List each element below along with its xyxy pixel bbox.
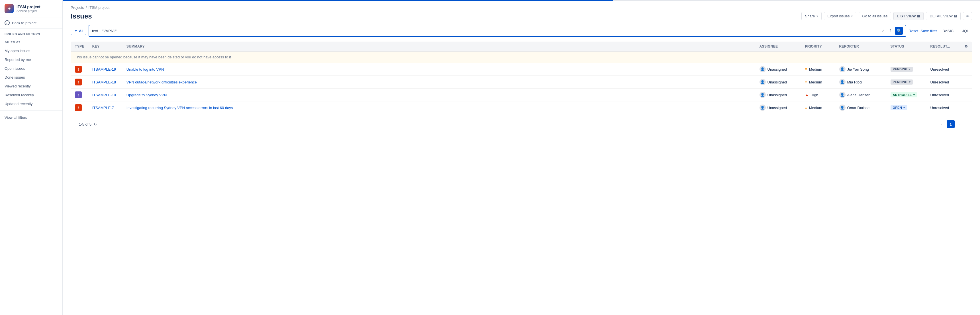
search-help-icon[interactable]: ? <box>888 28 893 33</box>
basic-mode-button[interactable]: BASIC <box>939 27 957 35</box>
priority-cell: ▲ High <box>805 92 831 97</box>
table-header-row: Type Key Summary Assignee Priority Repor… <box>71 41 972 52</box>
assignee-name: Unassigned <box>767 67 787 72</box>
row-priority-cell: ≡ Medium <box>801 102 835 114</box>
type-incident-icon: ! <box>75 79 82 86</box>
table-row[interactable]: ! ITSAMPLE-19 Unable to log into VPN 👤 U… <box>71 63 972 76</box>
share-button[interactable]: Share ▾ <box>801 12 822 20</box>
col-header-summary: Summary <box>123 41 756 52</box>
row-type-cell: ! <box>71 63 88 76</box>
reporter-cell: 👤 Omar Darboe <box>839 105 883 111</box>
status-badge[interactable]: PENDING ▾ <box>891 67 913 72</box>
status-badge[interactable]: OPEN ▾ <box>891 105 907 110</box>
issue-summary-link[interactable]: Upgrade to Sydney VPN <box>126 93 167 97</box>
row-status-cell: AUTHORIZE ▾ <box>886 89 926 102</box>
refresh-icon[interactable]: ↻ <box>94 122 97 126</box>
issue-summary-link[interactable]: Unable to log into VPN <box>126 67 164 72</box>
export-label: Export issues <box>827 14 850 18</box>
search-query-text[interactable]: text ~ "\"VPN\"" <box>92 29 880 33</box>
pagination-info: 1-5 of 5 ↻ <box>79 122 97 126</box>
expand-search-icon[interactable]: ⤢ <box>880 28 886 33</box>
back-to-project[interactable]: ← Back to project <box>0 18 62 29</box>
save-filter-button[interactable]: Save filter <box>920 29 937 33</box>
detail-view-button[interactable]: DETAIL VIEW ⊞ <box>926 12 961 20</box>
breadcrumb-projects[interactable]: Projects <box>71 5 84 10</box>
assignee-name: Unassigned <box>767 80 787 84</box>
reset-button[interactable]: Reset <box>908 29 918 33</box>
sidebar-item-open-issues[interactable]: Open issues <box>0 64 62 73</box>
table-row[interactable]: ↑ ITSAMPLE-10 Upgrade to Sydney VPN 👤 Un… <box>71 89 972 102</box>
row-type-cell: ↑ <box>71 89 88 102</box>
reporter-cell: 👤 Jie Yan Song <box>839 66 883 72</box>
status-chevron-icon: ▾ <box>909 68 910 71</box>
col-header-assignee: Assignee <box>756 41 801 52</box>
priority-cell: ≡ Medium <box>805 67 831 72</box>
issue-summary-link[interactable]: Investigating recurring Sydney VPN acces… <box>126 106 233 110</box>
row-assignee-cell: 👤 Unassigned <box>756 89 801 102</box>
col-header-settings[interactable]: ⚙ <box>961 41 972 52</box>
prev-page-button[interactable]: ‹ <box>937 120 945 128</box>
pagination-controls: ‹ 1 › <box>937 120 964 128</box>
sidebar-item-viewed-recently[interactable]: Viewed recently <box>0 82 62 91</box>
status-label: OPEN <box>893 106 902 109</box>
issue-key-link[interactable]: ITSAMPLE-18 <box>92 80 116 84</box>
issue-summary-link[interactable]: VPN outage/network difficulties experien… <box>126 80 197 84</box>
row-type-cell: ! <box>71 102 88 114</box>
breadcrumb-project: ITSM project <box>89 5 110 10</box>
table-row[interactable]: ! ITSAMPLE-7 Investigating recurring Syd… <box>71 102 972 114</box>
assignee-avatar: 👤 <box>759 92 766 98</box>
view-all-filters[interactable]: View all filters <box>0 113 62 122</box>
sidebar-item-reported-by-me[interactable]: Reported by me <box>0 55 62 64</box>
list-view-label: LIST VIEW <box>897 14 916 18</box>
row-assignee-cell: 👤 Unassigned <box>756 63 801 76</box>
status-badge[interactable]: PENDING ▾ <box>891 80 913 84</box>
sidebar-item-done-issues[interactable]: Done issues <box>0 73 62 82</box>
export-issues-button[interactable]: Export issues ▾ <box>824 12 856 20</box>
search-bar-container: ✦ AI text ~ "\"VPN\"" ⤢ ? 🔍 Reset Save f… <box>63 25 980 41</box>
jql-mode-button[interactable]: JQL <box>959 27 972 35</box>
list-view-button[interactable]: LIST VIEW ⊞ <box>893 12 924 20</box>
issues-table: Type Key Summary Assignee Priority Repor… <box>71 41 972 134</box>
search-input-wrap[interactable]: text ~ "\"VPN\"" ⤢ ? 🔍 <box>89 25 906 37</box>
breadcrumb: Projects / ITSM project <box>71 5 972 10</box>
row-priority-cell: ≡ Medium <box>801 76 835 89</box>
type-change-icon: ↑ <box>75 91 82 98</box>
status-badge[interactable]: AUTHORIZE ▾ <box>891 92 917 97</box>
table-row[interactable]: ! ITSAMPLE-18 VPN outage/network difficu… <box>71 76 972 89</box>
issue-key-link[interactable]: ITSAMPLE-19 <box>92 67 116 72</box>
reporter-avatar: 👤 <box>839 92 846 98</box>
more-options-button[interactable]: ••• <box>963 12 972 20</box>
page-1-button[interactable]: 1 <box>947 120 955 128</box>
row-settings-cell <box>961 63 972 76</box>
table-settings-icon[interactable]: ⚙ <box>965 45 968 48</box>
ai-button[interactable]: ✦ AI <box>71 27 86 35</box>
row-reporter-cell: 👤 Omar Darboe <box>835 102 886 114</box>
more-options-icon: ••• <box>966 14 969 18</box>
go-to-all-issues-button[interactable]: Go to all issues <box>859 12 891 20</box>
detail-view-label: DETAIL VIEW <box>929 14 953 18</box>
reporter-name: Omar Darboe <box>847 106 870 110</box>
issue-key-link[interactable]: ITSAMPLE-7 <box>92 106 114 110</box>
col-header-priority: Priority <box>801 41 835 52</box>
sidebar-item-updated-recently[interactable]: Updated recently <box>0 99 62 108</box>
progress-bar <box>63 0 980 1</box>
col-header-status: Status <box>886 41 926 52</box>
row-settings-cell <box>961 102 972 114</box>
row-reporter-cell: 👤 Alana Hansen <box>835 89 886 102</box>
row-key-cell: ITSAMPLE-19 <box>88 63 123 76</box>
sidebar-divider <box>0 110 62 111</box>
status-label: AUTHORIZE <box>893 93 912 97</box>
sidebar-item-resolved-recently[interactable]: Resolved recently <box>0 91 62 99</box>
sidebar-item-my-open-issues[interactable]: My open issues <box>0 46 62 55</box>
issue-key-link[interactable]: ITSAMPLE-10 <box>92 93 116 97</box>
row-status-cell: PENDING ▾ <box>886 63 926 76</box>
row-type-cell: ! <box>71 76 88 89</box>
search-submit-button[interactable]: 🔍 <box>895 27 903 35</box>
sidebar: ✦ ITSM project Service project ← Back to… <box>0 0 63 315</box>
reporter-avatar: 👤 <box>839 105 846 111</box>
sidebar-item-all-issues[interactable]: All issues <box>0 38 62 46</box>
type-incident-icon: ! <box>75 104 82 111</box>
row-settings-cell <box>961 89 972 102</box>
next-page-button[interactable]: › <box>956 120 964 128</box>
row-settings-cell <box>961 76 972 89</box>
